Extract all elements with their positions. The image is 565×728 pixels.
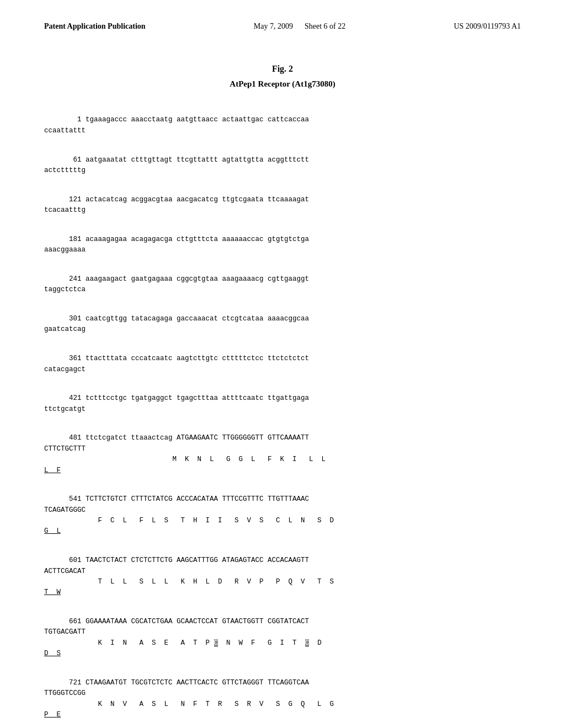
amino-row-9b: L F [44,465,521,476]
seq-block-12: 661 GGAAAATAAA CGCATCTGAA GCAACTCCAT GTA… [44,606,521,660]
amino-row-10: F C L F L S T H I I S V S C L N S D [44,516,521,526]
seq-line: tcacaatttg [44,205,521,216]
header-right: US 2009/0119793 A1 [454,22,521,31]
amino-row-13: K N V A S L N F T R S R V S G Q L G [44,699,521,710]
seq-line: 661 GGAAAATAAA CGCATCTGAA GCAACTCCAT GTA… [44,617,521,627]
seq-line: 181 acaaagagaa acagagacga cttgtttcta aaa… [44,234,521,245]
seq-line: ttctgcatgt [44,404,521,415]
seq-line: CTTCTGCTTT [44,444,521,454]
page: Patent Application Publication May 7, 20… [0,0,565,728]
header-left: Patent Application Publication [44,22,146,31]
seq-line: 421 tctttcctgc tgatgaggct tgagctttaa att… [44,393,521,404]
header-center: May 7, 2009 Sheet 6 of 22 [254,22,345,31]
amino-row-13b: P E [44,710,521,720]
seq-line: taggctctca [44,285,521,295]
seq-block-13: 721 CTAAGAATGT TGCGTCTCTC AACTTCACTC GTT… [44,667,521,721]
seq-line: 241 aaagaagact gaatgagaaa cggcgtgtaa aaa… [44,274,521,285]
seq-line: 541 TCTTCTGTCT CTTTCTATCG ACCCACATAA TTT… [44,494,521,505]
highlight-C2: C [305,639,310,647]
amino-row-9: M K N L G G L F K I L L [44,454,521,465]
seq-block-4: 181 acaaagagaa acagagacga cttgtttcta aaa… [44,223,521,255]
amino-row-11b: T W [44,587,521,598]
seq-line: ccaattattt [44,126,521,136]
seq-block-5: 241 aaagaagact gaatgagaaa cggcgtgtaa aaa… [44,264,521,296]
amino-row-12b: D S [44,649,521,659]
seq-block-11: 601 TAACTCTACT CTCTCTTCTG AAGCATTTGG ATA… [44,545,521,598]
amino-row-11: T L L S L L K H L D R V P P Q V T S [44,577,521,587]
seq-block-8: 421 tctttcctgc tgatgaggct tgagctttaa att… [44,383,521,415]
seq-block-7: 361 ttactttata cccatcaatc aagtcttgtc ctt… [44,343,521,375]
page-header: Patent Application Publication May 7, 20… [44,22,521,31]
amino-row-10b: G L [44,526,521,537]
seq-line: aaacggaaaa [44,245,521,255]
seq-block-3: 121 actacatcag acggacgtaa aacgacatcg ttg… [44,184,521,216]
seq-line: 481 ttctcgatct ttaaactcag ATGAAGAATC TTG… [44,433,521,443]
seq-line: 601 TAACTCTACT CTCTCTTCTG AAGCATTTGG ATA… [44,555,521,566]
highlight-C: C [214,639,218,647]
seq-block-9: 481 ttctcgatct ttaaactcag ATGAAGAATC TTG… [44,422,521,476]
seq-line: 721 CTAAGAATGT TGCGTCTCTC AACTTCACTC GTT… [44,678,521,688]
sequence-content: 1 tgaaagaccc aaacctaatg aatgttaacc actaa… [44,104,521,720]
seq-line: actctttttg [44,165,521,176]
amino-row-12: K I N A S E A T P C N W F G I T C D [44,638,521,649]
seq-block-10: 541 TCTTCTGTCT CTTTCTATCG ACCCACATAA TTT… [44,484,521,537]
seq-block-2: 61 aatgaaatat ctttgttagt ttcgttattt agta… [44,144,521,176]
seq-line: TCAGATGGGC [44,505,521,516]
fig-subtitle: AtPep1 Receptor (At1g73080) [44,79,521,89]
seq-line: TGTGACGATT [44,627,521,638]
seq-line: 1 tgaaagaccc aaacctaatg aatgttaacc actaa… [44,115,521,125]
seq-line: gaatcatcag [44,324,521,335]
seq-line: catacgagct [44,365,521,375]
seq-line: 361 ttactttata cccatcaatc aagtcttgtc ctt… [44,354,521,364]
seq-line: ACTTCGACAT [44,566,521,577]
seq-line: 301 caatcgttgg tatacagaga gaccaaacat ctc… [44,314,521,324]
header-date: May 7, 2009 [254,22,293,30]
seq-line: 121 actacatcag acggacgtaa aacgacatcg ttg… [44,195,521,205]
seq-block-1: 1 tgaaagaccc aaacctaatg aatgttaacc actaa… [44,104,521,136]
header-sheet: Sheet 6 of 22 [305,22,345,30]
seq-line: TTGGGTCCGG [44,688,521,699]
seq-block-6: 301 caatcgttgg tatacagaga gaccaaacat ctc… [44,303,521,335]
fig-title: Fig. 2 [44,64,521,74]
seq-line: 61 aatgaaatat ctttgttagt ttcgttattt agta… [44,155,521,165]
